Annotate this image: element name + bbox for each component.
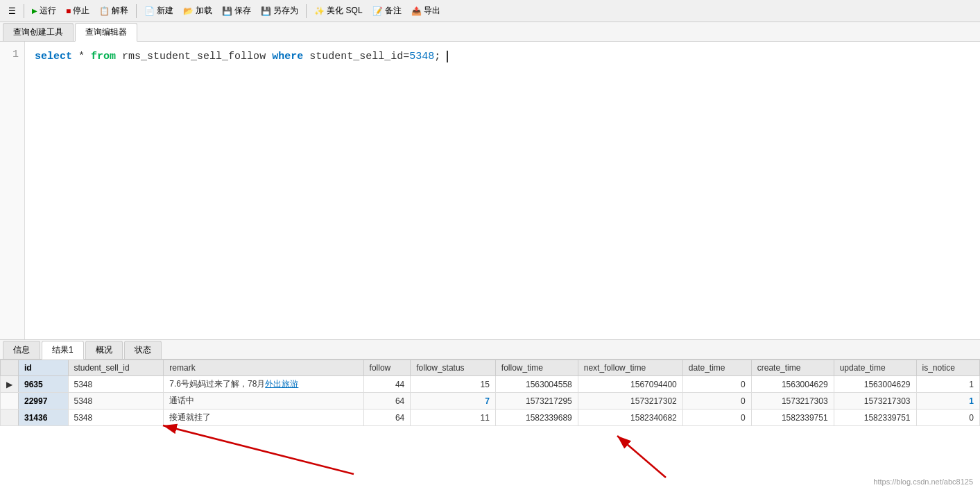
svg-line-2	[163, 425, 354, 474]
col-next-follow-time: next_follow_time	[578, 360, 682, 376]
tab-query-builder[interactable]: 查询创建工具	[3, 23, 74, 41]
export-icon: 📤	[411, 6, 422, 16]
tab-query-editor[interactable]: 查询编辑器	[75, 23, 137, 42]
note-icon: 📝	[372, 6, 383, 16]
col-update-time: update_time	[834, 360, 916, 376]
beautify-icon: ✨	[314, 6, 325, 16]
result-tabbar: 信息 结果1 概况 状态	[0, 340, 980, 360]
line-numbers: 1	[0, 42, 25, 339]
table-row[interactable]: ▶963553487.6号妈妈过来了解，78月外出旅游4415156300455…	[1, 376, 980, 393]
table-row[interactable]: 314365348接通就挂了64111582339689158234068201…	[1, 409, 980, 426]
toolbar: ☰ ▶ 运行 ■ 停止 📋 解释 📄 新建 📂 加载 💾 保存 💾 另存为 ✨ …	[0, 0, 980, 22]
svg-line-3	[617, 436, 666, 478]
tab-overview[interactable]: 概况	[85, 341, 123, 359]
data-table-container: id student_sell_id remark follow follow_…	[0, 360, 980, 490]
col-follow: follow	[363, 360, 411, 376]
load-icon: 📂	[183, 6, 194, 16]
sql-editor[interactable]: 1 select * from rms_student_sell_follow …	[0, 42, 980, 340]
run-button[interactable]: ▶ 运行	[28, 3, 60, 18]
table-header-row: id student_sell_id remark follow follow_…	[1, 360, 980, 376]
tab-result1[interactable]: 结果1	[42, 341, 84, 360]
col-follow-time: follow_time	[495, 360, 578, 376]
new-icon: 📄	[144, 6, 155, 16]
run-icon: ▶	[32, 7, 37, 15]
col-date-time: date_time	[682, 360, 751, 376]
table-row[interactable]: 229975348通话中6471573217295157321730201573…	[1, 393, 980, 409]
stop-button[interactable]: ■ 停止	[62, 3, 94, 18]
separator-1	[24, 4, 24, 18]
saveas-button[interactable]: 💾 另存为	[257, 3, 302, 18]
col-student-sell-id: student_sell_id	[68, 360, 164, 376]
beautify-button[interactable]: ✨ 美化 SQL	[310, 3, 366, 18]
tab-status[interactable]: 状态	[124, 341, 162, 359]
col-indicator	[1, 360, 19, 376]
separator-2	[136, 4, 137, 18]
stop-icon: ■	[66, 6, 71, 16]
save-icon: 💾	[222, 6, 232, 16]
col-is-notice: is_notice	[916, 360, 979, 376]
watermark: https://blog.csdn.net/abc8125	[873, 478, 973, 486]
tab-info[interactable]: 信息	[3, 341, 40, 359]
explain-icon: 📋	[99, 6, 110, 16]
sql-content[interactable]: select * from rms_student_sell_follow wh…	[25, 42, 980, 339]
col-follow-status: follow_status	[411, 360, 496, 376]
menu-icon: ☰	[8, 6, 16, 16]
results-section: 信息 结果1 概况 状态 id student_sell_id remark f…	[0, 340, 980, 490]
load-button[interactable]: 📂 加载	[179, 3, 216, 18]
explain-button[interactable]: 📋 解释	[95, 3, 132, 18]
menu-button[interactable]: ☰	[4, 5, 20, 17]
export-button[interactable]: 📤 导出	[407, 3, 445, 18]
col-remark: remark	[164, 360, 363, 376]
table-body: ▶963553487.6号妈妈过来了解，78月外出旅游4415156300455…	[1, 376, 980, 426]
note-button[interactable]: 📝 备注	[368, 3, 406, 18]
top-tabbar: 查询创建工具 查询编辑器	[0, 22, 980, 42]
new-button[interactable]: 📄 新建	[140, 3, 178, 18]
col-id: id	[19, 360, 69, 376]
save-button[interactable]: 💾 保存	[218, 3, 255, 18]
saveas-icon: 💾	[261, 6, 271, 16]
separator-3	[306, 4, 307, 18]
results-table: id student_sell_id remark follow follow_…	[0, 360, 980, 426]
col-create-time: create_time	[751, 360, 834, 376]
